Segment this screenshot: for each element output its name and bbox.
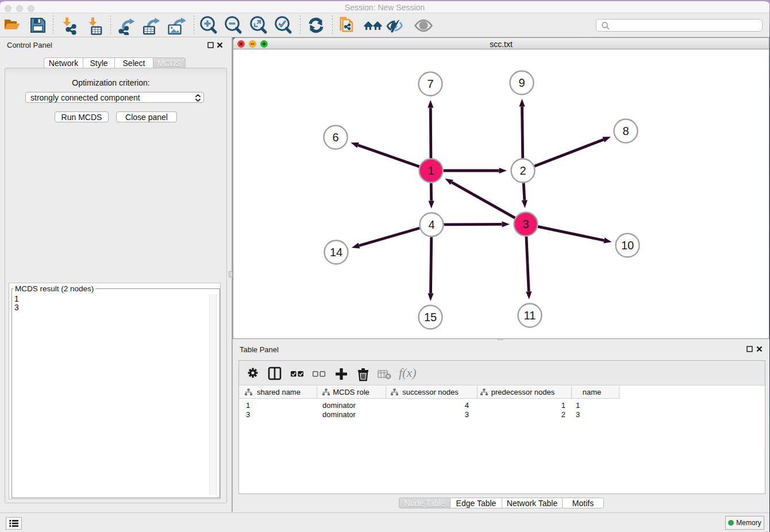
svg-text:4: 4: [428, 218, 434, 231]
svg-text:14: 14: [330, 246, 342, 259]
svg-text:15: 15: [424, 311, 437, 323]
svg-text:8: 8: [622, 125, 629, 137]
svg-text:7: 7: [427, 78, 433, 90]
svg-text:1: 1: [428, 164, 434, 177]
svg-text:3: 3: [522, 218, 529, 230]
svg-text:11: 11: [524, 309, 536, 322]
svg-text:2: 2: [519, 164, 526, 177]
svg-text:10: 10: [621, 239, 634, 252]
svg-text:9: 9: [518, 76, 525, 89]
svg-text:6: 6: [332, 131, 338, 144]
